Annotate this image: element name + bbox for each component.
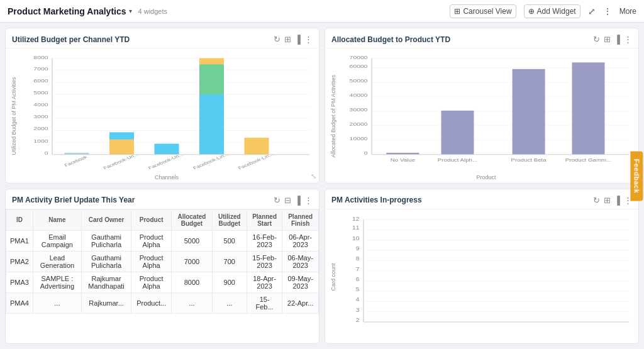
table-cell: PMA2: [6, 251, 33, 272]
table-icon[interactable]: ⊞: [604, 35, 611, 44]
table-cell: 09-May-2023: [282, 272, 319, 292]
col-id: ID: [6, 209, 33, 230]
table-cell: PMA3: [6, 272, 33, 292]
widget1-x-axis: Channels: [19, 174, 314, 180]
expand-icon[interactable]: ⤡: [311, 172, 316, 180]
feedback-tab[interactable]: Feedback: [631, 152, 643, 201]
col-name: Name: [33, 209, 81, 230]
table-cell: 5000: [172, 230, 213, 251]
table-cell: Gauthami Pulicharla: [81, 251, 131, 272]
svg-text:7000: 7000: [33, 66, 48, 71]
refresh-icon[interactable]: ↻: [593, 196, 600, 205]
svg-text:8: 8: [356, 256, 360, 262]
svg-text:2000: 2000: [33, 126, 48, 131]
widget-pm-activities-inprogress: PM Activities In-progress ↻ ⊞ ▐ ⋮ Card c…: [325, 189, 639, 345]
bar-icon[interactable]: ▐: [614, 196, 620, 205]
bar-icon[interactable]: ▐: [295, 196, 301, 205]
top-bar-actions: ⊞ Carousel View ⊕ Add Widget ⤢ ⋮ More: [450, 4, 636, 18]
table-icon[interactable]: ⊞: [284, 35, 291, 44]
svg-text:No Value: No Value: [391, 158, 416, 163]
widget1-header: Utilized Budget per Channel YTD ↻ ⊞ ▐ ⋮: [6, 28, 319, 48]
svg-text:10: 10: [352, 235, 360, 241]
svg-text:10000: 10000: [350, 136, 368, 141]
svg-text:5: 5: [356, 287, 360, 292]
table-cell: ...: [33, 292, 81, 313]
table-cell: 18-Apr-2023: [247, 272, 282, 292]
widget4-title: PM Activities In-progress: [331, 196, 593, 204]
table-cell: 06-Apr-2023: [282, 230, 319, 251]
widget1-title: Utilized Budget per Channel YTD: [12, 35, 274, 44]
svg-rect-19: [109, 140, 134, 155]
add-widget-button[interactable]: ⊕ Add Widget: [524, 4, 580, 18]
svg-text:60000: 60000: [350, 64, 368, 69]
widget4-actions: ↻ ⊞ ▐ ⋮: [593, 196, 632, 205]
svg-text:70000: 70000: [350, 55, 368, 60]
widget2-chart: 0 10000 20000 30000 40000 50000 60000 70…: [339, 52, 633, 173]
more-label[interactable]: More: [619, 7, 636, 16]
table-row: PMA2Lead GenerationGauthami PulicharlaPr…: [6, 251, 319, 272]
dashboard-title: Product Marketing Analytics: [8, 6, 126, 16]
widget2-y-axis: Allocated Budget of PM Activities: [330, 52, 336, 180]
widget1-chart: 0 1000 2000 3000 4000 5000 6000 7000 800…: [19, 52, 314, 173]
svg-rect-50: [513, 69, 545, 155]
table-cell: Product Alpha: [131, 230, 172, 251]
expand-icon[interactable]: ⤢: [588, 6, 596, 16]
svg-text:6: 6: [356, 276, 360, 282]
pm-activity-table: ID Name Card Owner Product Allocated Bud…: [6, 209, 319, 314]
table-icon[interactable]: ⊟: [284, 196, 291, 205]
more-icon[interactable]: ⋮: [304, 196, 313, 205]
svg-text:7: 7: [356, 266, 360, 272]
bar-icon[interactable]: ▐: [295, 35, 301, 44]
table-cell: 8000: [172, 272, 213, 292]
table-cell: Product Alpha: [131, 251, 172, 272]
carousel-icon: ⊞: [454, 7, 460, 16]
svg-rect-24: [199, 58, 224, 65]
table-cell: Rajkumar...: [81, 292, 131, 313]
svg-rect-51: [572, 62, 605, 154]
more-icon[interactable]: ⋮: [603, 6, 612, 16]
svg-text:8000: 8000: [33, 55, 48, 60]
table-row: PMA3SAMPLE : AdvertisingRajkumar Mandhap…: [6, 272, 319, 292]
col-planned-start: Planned Start: [247, 209, 282, 230]
refresh-icon[interactable]: ↻: [274, 35, 280, 44]
carousel-view-button[interactable]: ⊞ Carousel View: [450, 4, 516, 18]
svg-text:Product Alph...: Product Alph...: [438, 158, 477, 163]
table-cell: 500: [212, 230, 247, 251]
table-cell: Product Alpha: [131, 272, 172, 292]
more-icon[interactable]: ⋮: [304, 35, 313, 44]
svg-text:0: 0: [364, 150, 368, 155]
bar-icon[interactable]: ▐: [614, 35, 620, 44]
widget4-body: Card count 2 3 4 5 6 7 8 9 10: [325, 209, 638, 344]
refresh-icon[interactable]: ↻: [593, 35, 600, 44]
col-utilized-budget: Utilized Budget: [212, 209, 247, 230]
svg-text:6000: 6000: [33, 78, 48, 83]
svg-text:3: 3: [356, 307, 360, 313]
widget-utilized-budget: Utilized Budget per Channel YTD ↻ ⊞ ▐ ⋮ …: [5, 28, 319, 184]
table-cell: 15-Feb-2023: [247, 251, 282, 272]
col-card-owner: Card Owner: [81, 209, 131, 230]
refresh-icon[interactable]: ↻: [274, 196, 280, 205]
widget2-x-axis: Product: [339, 174, 633, 180]
more-icon[interactable]: ⋮: [624, 35, 632, 44]
widget-count: 4 widgets: [138, 8, 167, 15]
widget1-y-axis: Utilized Budget of PM Activities: [11, 52, 17, 180]
widget1-body: Utilized Budget of PM Activities 0 1000 …: [6, 48, 319, 183]
table-icon[interactable]: ⊞: [604, 196, 611, 205]
widget-pm-activity-brief: PM Activity Brief Update This Year ↻ ⊟ ▐…: [5, 189, 319, 345]
widget4-chart: 2 3 4 5 6 7 8 9 10 11 12: [339, 213, 633, 341]
svg-text:3000: 3000: [33, 114, 48, 119]
table-cell: 7000: [172, 251, 213, 272]
svg-text:2: 2: [356, 318, 360, 323]
widget1-actions: ↻ ⊞ ▐ ⋮: [274, 35, 313, 44]
table-cell: 16-Feb-2023: [247, 230, 282, 251]
table-cell: ...: [172, 292, 213, 313]
table-cell: 900: [212, 272, 247, 292]
dashboard-grid: Utilized Budget per Channel YTD ↻ ⊞ ▐ ⋮ …: [0, 23, 644, 349]
widget2-title: Allocated Budget to Product YTD: [331, 35, 593, 44]
col-product: Product: [131, 209, 172, 230]
table-cell: 15-Feb...: [247, 292, 282, 313]
svg-text:Facebook: Facebook: [64, 155, 89, 168]
table-cell: 700: [212, 251, 247, 272]
title-dropdown-icon[interactable]: ▾: [129, 8, 132, 14]
widget2-header: Allocated Budget to Product YTD ↻ ⊞ ▐ ⋮: [325, 28, 638, 48]
